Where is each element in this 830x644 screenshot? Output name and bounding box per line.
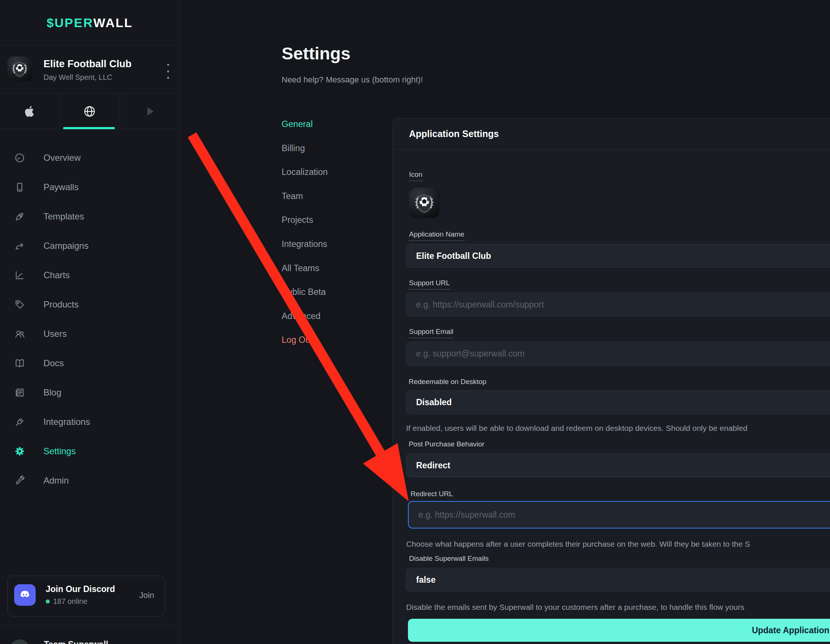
sidebar-item-campaigns[interactable]: Campaigns [0,231,179,260]
sidebar-item-blog[interactable]: Blog [0,378,179,407]
application-settings-card: Application Settings Icon [392,118,830,644]
sidebar-divider [0,625,179,625]
tab-android[interactable] [120,94,179,129]
subnav-localization[interactable]: Localization [282,167,367,191]
apple-icon [23,105,36,118]
card-header: Application Settings [393,119,830,150]
subnav-billing[interactable]: Billing [282,143,367,168]
subnav-all-teams[interactable]: All Teams [282,263,367,288]
wrench-icon [14,475,25,486]
sidebar-item-settings[interactable]: Settings [0,437,179,466]
redeemable-helper: If enabled, users will be able to downlo… [406,424,748,433]
sidebar: $UPERWALL Elite Football Clu [0,0,180,644]
application-name-input[interactable] [406,244,830,268]
post-purchase-select[interactable]: Redirect [406,454,830,477]
app-icon [7,56,32,81]
sidebar-item-integrations[interactable]: Integrations [0,407,179,437]
chart-icon [14,270,25,281]
sidebar-item-users[interactable]: Users [0,319,179,348]
sidebar-item-docs[interactable]: Docs [0,348,179,378]
team-name[interactable]: Team Superwall [44,639,108,644]
phone-icon [14,182,25,193]
gauge-icon [14,152,25,163]
book-icon [14,358,25,369]
globe-icon [83,105,96,118]
subnav-log-out[interactable]: Log Out [282,335,367,359]
application-name-label: Application Name [409,230,464,241]
discord-card[interactable]: Join Our Discord 187 online Join [8,576,165,617]
newspaper-icon [14,387,25,398]
application-icon-preview[interactable] [409,187,440,218]
discord-join-button[interactable]: Join [139,590,154,600]
plug-icon [14,416,25,427]
icon-label: Icon [409,171,423,181]
update-application-button[interactable]: Update Application [408,619,830,642]
support-url-label: Support URL [409,279,450,290]
tab-ios[interactable] [0,94,60,129]
superwall-logo: $UPERWALL [0,0,179,46]
workspace-menu-button[interactable] [163,64,173,79]
discord-icon [14,584,36,606]
workspace-name: Elite Football Club [43,58,131,70]
sidebar-item-templates[interactable]: Templates [0,202,179,231]
redirect-url-helper: Choose what happens after a user complet… [406,540,750,549]
sidebar-item-overview[interactable]: Overview [0,143,179,172]
gear-icon [14,446,25,457]
logo-white-part: WALL [93,16,133,30]
tag-icon [14,299,25,310]
subnav-public-beta[interactable]: Public Beta [282,287,367,311]
subnav-team[interactable]: Team [282,191,367,215]
settings-subnav: General Billing Localization Team Projec… [282,119,367,359]
disable-emails-select[interactable]: false [406,568,830,592]
active-tab-underline [63,127,114,129]
campaign-arrow-icon [14,240,25,252]
redeemable-label: Redeemable on Desktop [409,378,486,386]
sidebar-item-products[interactable]: Products [0,290,179,319]
discord-title: Join Our Discord [46,584,115,594]
subnav-projects[interactable]: Projects [282,215,367,239]
online-dot-icon [46,600,50,603]
team-avatar[interactable] [10,639,29,644]
workspace-switcher[interactable]: Elite Football Club Day Well Spent, LLC [0,46,179,93]
subnav-integrations[interactable]: Integrations [282,239,367,263]
sidebar-item-admin[interactable]: Admin [0,466,179,495]
support-url-input[interactable] [406,293,830,316]
post-purchase-label: Post Purchase Behavior [409,440,485,448]
workspace-org: Day Well Spent, LLC [43,73,112,82]
redeemable-select[interactable]: Disabled [406,390,830,414]
support-email-input[interactable] [406,342,830,366]
subnav-advanced[interactable]: Advanced [282,311,367,335]
page-title: Settings [282,43,350,63]
subnav-general[interactable]: General [282,119,367,143]
card-title: Application Settings [409,128,499,139]
disable-emails-helper: Disable the emails sent by Superwall to … [406,603,744,612]
sidebar-item-paywalls[interactable]: Paywalls [0,172,179,202]
page-subtitle: Need help? Message us (bottom right)! [282,75,423,85]
redirect-url-input[interactable] [408,501,830,528]
platform-tabs [0,94,179,129]
rocket-icon [14,211,25,222]
support-email-label: Support Email [409,328,453,339]
tab-web[interactable] [60,94,120,129]
users-icon [14,328,25,339]
google-play-icon [143,105,156,118]
sidebar-nav: Overview Paywalls Templates Campaigns Ch… [0,143,179,495]
discord-status: 187 online [46,597,87,606]
disable-emails-label: Disable Superwall Emails [409,554,489,563]
main-content: Settings Need help? Message us (bottom r… [180,0,830,644]
logo-teal-part: $UPER [46,16,93,30]
redirect-url-label: Redirect URL [410,490,453,498]
sidebar-item-charts[interactable]: Charts [0,260,179,290]
